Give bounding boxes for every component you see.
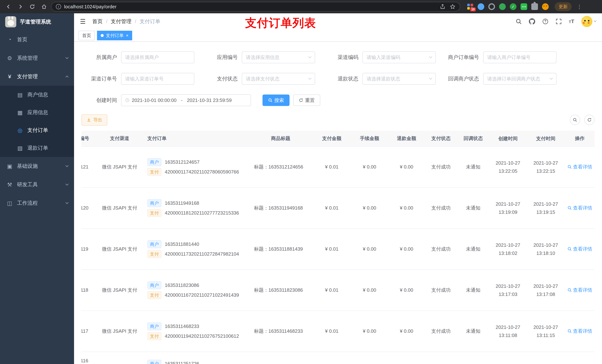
cell-amount: ¥ 0.01 (312, 245, 351, 253)
pay-status-filter-input[interactable] (246, 76, 307, 82)
merchant-badge: 商户 (147, 240, 161, 248)
sidebar-item-refund-order[interactable]: ▧ 退款订单 (0, 139, 74, 157)
sidebar-item-merchant-info[interactable]: ▤ 商户信息 (0, 86, 74, 104)
header-id: 编号 (81, 132, 98, 145)
export-button[interactable]: 导出 (81, 114, 107, 125)
bookmark-star-icon[interactable] (450, 4, 455, 10)
tab-close-icon[interactable]: × (126, 33, 129, 38)
view-detail-link[interactable]: 查看详情 (567, 328, 592, 334)
cell-amount: ¥ 0.01 (312, 286, 351, 294)
github-icon[interactable] (529, 18, 535, 25)
sidebar-item-pay[interactable]: ¥ 支付管理 (0, 67, 74, 86)
create-time-filter-label: 创建时间 (81, 97, 121, 104)
browser-reload-button[interactable] (27, 2, 37, 11)
extension-grid-icon[interactable]: 10 (467, 3, 473, 10)
sidebar-item-infra[interactable]: ▣ 基础设施 (0, 157, 74, 175)
cell-amount: ¥ 0.01 (312, 163, 351, 171)
sidebar-toggle-icon[interactable]: ☰ (80, 18, 86, 25)
cell-action: 查看详情 (565, 326, 595, 336)
channel-code-filter[interactable] (363, 52, 436, 63)
pay-status-filter[interactable] (242, 73, 315, 85)
extension-icon[interactable] (488, 3, 495, 10)
view-detail-link[interactable]: 查看详情 (567, 246, 592, 252)
site-info-icon[interactable]: i (56, 4, 61, 9)
reset-button[interactable]: 重置 (293, 94, 320, 106)
cell-refund: ¥ 0.00 (388, 327, 425, 335)
cell-pay-order: 商户1635311468233支付42000011942021102767521… (141, 319, 249, 343)
cell-notify-status: 未通知 (457, 203, 489, 213)
merchant-order-no-filter-input[interactable] (487, 54, 552, 60)
browser-menu-icon[interactable]: ⋮ (577, 4, 582, 10)
breadcrumb-home[interactable]: 首页 (92, 18, 103, 25)
search-icon[interactable] (516, 18, 522, 25)
sidebar-item-devtool[interactable]: ⚒ 研发工具 (0, 175, 74, 194)
table-body: 121 微信 JSAPI 支付 商户1635312124657支付4200001… (81, 147, 595, 364)
chevron-down-icon (65, 56, 69, 59)
channel-code-filter-input[interactable] (366, 54, 427, 60)
sidebar-item-system[interactable]: ⚙ 系统管理 (0, 49, 74, 67)
create-time-range-picker[interactable]: 2021-10-01 00:00:00 - 2021-10-31 23:59:5… (121, 94, 251, 106)
tab-pay-order[interactable]: 支付订单 × (97, 31, 132, 40)
cell-pay-time: 2021-10-2713:18:10 (527, 239, 565, 259)
refund-status-filter[interactable] (363, 73, 436, 85)
fullscreen-icon[interactable] (556, 18, 562, 25)
merchant-filter-input[interactable] (125, 54, 190, 60)
user-avatar[interactable] (581, 16, 596, 27)
page-content: 所属商户 应用编号 渠道编码 (74, 42, 602, 364)
cell-channel: 微信 JSAPI 支付 (98, 285, 141, 295)
browser-back-button[interactable] (4, 2, 13, 11)
chevron-down-icon (429, 55, 432, 58)
refund-status-filter-input[interactable] (366, 76, 427, 82)
sidebar-item-workflow[interactable]: ◫ 工作流程 (0, 194, 74, 212)
channel-order-no-filter-input[interactable] (125, 76, 190, 82)
extension-icon[interactable]: ✓ (510, 3, 516, 10)
table-row: 118 微信 JSAPI 支付 商户1635311823086支付4200001… (81, 270, 595, 311)
callback-status-filter-input[interactable] (487, 76, 548, 82)
font-size-icon[interactable]: TT (569, 19, 574, 24)
cell-channel: 微信 JSAPI 支付 (98, 244, 141, 254)
channel-order-no-filter[interactable] (121, 73, 194, 85)
cell-pay-time: 2021-10-2713:17:08 (527, 281, 565, 300)
browser-forward-button[interactable] (16, 2, 25, 11)
header-create-time: 创建时间 (489, 131, 527, 146)
sidebar-item-pay-order[interactable]: ◎ 支付订单 (0, 121, 74, 139)
browser-home-button[interactable] (39, 2, 49, 11)
app-logo[interactable]: 芋道管理系统 (0, 13, 74, 30)
view-detail-link[interactable]: 查看详情 (567, 205, 592, 211)
refresh-button[interactable] (584, 115, 595, 125)
table-toolbar: 导出 (81, 114, 595, 125)
merchant-filter[interactable] (121, 52, 194, 63)
breadcrumb-pay[interactable]: 支付管理 (111, 18, 131, 25)
view-detail-link[interactable]: 查看详情 (567, 164, 592, 170)
merchant-order-no-filter-label: 商户订单编号 (443, 54, 483, 61)
share-icon[interactable] (440, 4, 445, 10)
cell-create-time: 2021-10-2713:19:09 (489, 198, 527, 218)
sidebar-item-app-info[interactable]: ▦ 应用信息 (0, 104, 74, 121)
cell-refund: ¥ 0.00 (388, 245, 425, 253)
view-detail-link[interactable]: 查看详情 (567, 287, 592, 293)
cell-create-time (489, 352, 527, 359)
cell-amount: ¥ 0.01 (312, 204, 351, 212)
app-id-filter[interactable] (242, 52, 315, 63)
extension-icon[interactable] (499, 3, 506, 10)
callback-status-filter[interactable] (483, 73, 557, 85)
app-id-filter-input[interactable] (246, 54, 307, 60)
chevron-down-icon (594, 20, 596, 22)
cell-fee (351, 352, 388, 359)
search-button[interactable]: 搜索 (262, 94, 290, 106)
help-icon[interactable] (542, 18, 548, 25)
extension-icon[interactable] (478, 3, 484, 10)
merchant-order-no-filter[interactable] (483, 52, 557, 63)
extensions-puzzle-icon[interactable] (531, 3, 538, 10)
cell-title (249, 352, 312, 359)
cell-pay-time: 2021-10-2713:22:15 (527, 157, 565, 177)
browser-update-button[interactable]: 更新 (555, 2, 572, 11)
browser-profile-avatar[interactable] (542, 3, 549, 10)
date-separator: - (181, 97, 183, 103)
address-bar[interactable]: i localhost:1024/pay/order (51, 2, 460, 11)
tab-home[interactable]: 首页 (78, 31, 95, 40)
sidebar-item-home[interactable]: ◔ 首页 (0, 30, 74, 49)
extension-chat-icon[interactable] (521, 3, 527, 10)
cell-pay-status: 支付成功 (425, 244, 457, 254)
toggle-search-button[interactable] (570, 115, 580, 125)
